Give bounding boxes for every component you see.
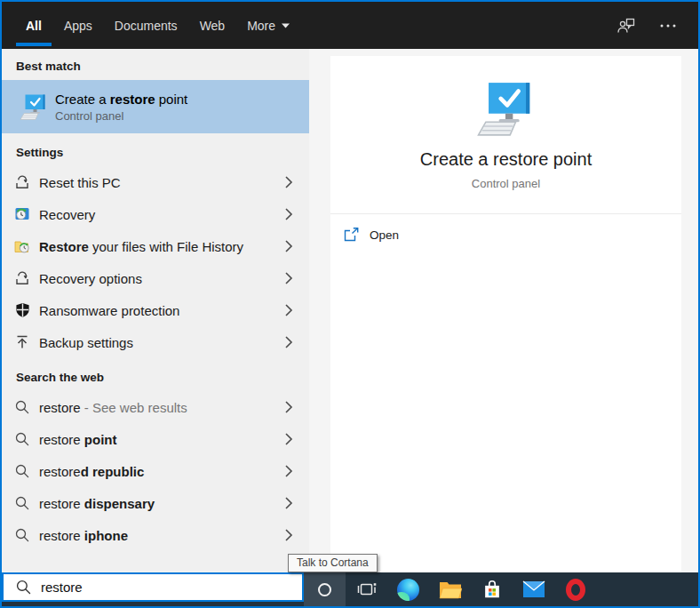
open-action[interactable]: Open: [344, 228, 681, 242]
chevron-right-icon: [284, 432, 293, 446]
settings-item-ransomware-protection[interactable]: Ransomware protection: [2, 294, 309, 326]
search-window: All Apps Documents Web More: [0, 0, 700, 608]
search-input[interactable]: [41, 580, 272, 595]
search-header: All Apps Documents Web More: [2, 2, 698, 49]
chevron-right-icon: [284, 335, 293, 349]
tab-more-label: More: [247, 19, 275, 33]
search-icon: [14, 463, 30, 479]
settings-item-label: Recovery: [39, 207, 95, 222]
tab-web-label: Web: [200, 19, 226, 33]
tab-all[interactable]: All: [26, 2, 42, 49]
file-explorer-icon: [439, 580, 462, 599]
reset-icon: [14, 174, 30, 190]
web-suggestion-label: restore iphone: [39, 528, 128, 543]
chevron-right-icon: [284, 400, 293, 414]
tab-apps-label: Apps: [64, 19, 92, 33]
opera-button[interactable]: [554, 572, 596, 606]
restore-point-computer-icon: [473, 81, 540, 137]
taskbar-search-box[interactable]: [2, 572, 304, 602]
chevron-down-icon: [282, 23, 290, 28]
chevron-right-icon: [284, 528, 293, 542]
preview-actions: Open: [330, 214, 681, 242]
chevron-right-icon: [284, 175, 293, 189]
chevron-right-icon: [284, 464, 293, 478]
cortana-button[interactable]: [304, 572, 346, 606]
taskbar: [2, 572, 698, 606]
header-actions: [616, 17, 677, 35]
shield-icon: [14, 302, 30, 318]
settings-item-label: Ransomware protection: [39, 303, 179, 318]
cortana-tooltip: Talk to Cortana: [288, 554, 378, 572]
settings-item-label: Reset this PC: [39, 175, 121, 190]
tab-more[interactable]: More: [247, 2, 290, 49]
reset-icon: [14, 270, 30, 286]
chevron-right-icon: [284, 496, 293, 510]
best-match-header: Best match: [2, 49, 309, 80]
file-explorer-button[interactable]: [429, 572, 471, 606]
more-options-icon[interactable]: [659, 23, 677, 28]
store-icon: [481, 579, 503, 600]
chevron-right-icon: [284, 303, 293, 317]
restore-point-computer-icon: [18, 93, 50, 121]
panel-gutter: [309, 49, 330, 572]
mail-button[interactable]: [513, 572, 554, 606]
open-action-label: Open: [370, 228, 399, 242]
web-suggestion-label: restored republic: [39, 464, 144, 479]
settings-item-label: Backup settings: [39, 335, 133, 350]
search-tabs: All Apps Documents Web More: [26, 2, 290, 49]
tab-apps[interactable]: Apps: [64, 2, 92, 49]
mail-icon: [522, 580, 545, 598]
results-body: Best match Create a restore point: [2, 49, 698, 572]
search-icon: [14, 495, 30, 511]
best-match-text: Create a restore point Control panel: [55, 92, 187, 123]
user-feedback-icon[interactable]: [616, 17, 636, 35]
settings-item-label: Restore your files with File History: [39, 239, 243, 254]
chevron-right-icon: [284, 239, 293, 253]
preview-title: Create a restore point: [420, 149, 592, 170]
task-view-icon: [357, 580, 377, 599]
store-button[interactable]: [471, 572, 513, 606]
tab-web[interactable]: Web: [200, 2, 226, 49]
web-suggestion-restored-republic[interactable]: restored republic: [2, 455, 309, 487]
best-match-subtitle: Control panel: [55, 109, 187, 123]
web-suggestion-restore-point[interactable]: restore point: [2, 423, 309, 455]
backup-icon: [14, 334, 30, 350]
results-list-panel: Best match Create a restore point: [2, 49, 309, 572]
web-suggestion-label: restore dispensary: [39, 496, 155, 511]
web-suggestion-label: restore point: [39, 432, 117, 447]
settings-item-file-history[interactable]: Restore your files with File History: [2, 230, 309, 262]
search-icon: [14, 431, 30, 447]
preview-panel: Create a restore point Control panel Ope…: [330, 56, 681, 572]
search-icon: [16, 580, 31, 595]
web-suggestion-see-results[interactable]: restore - See web results: [2, 391, 309, 423]
search-icon: [14, 527, 30, 543]
task-view-button[interactable]: [346, 572, 387, 606]
settings-item-backup-settings[interactable]: Backup settings: [2, 326, 309, 358]
settings-item-recovery-options[interactable]: Recovery options: [2, 262, 309, 294]
settings-item-reset-this-pc[interactable]: Reset this PC: [2, 166, 309, 198]
recovery-icon: [14, 206, 30, 222]
edge-icon: [397, 579, 419, 601]
web-suggestion-label: restore - See web results: [39, 400, 187, 415]
chevron-right-icon: [284, 207, 293, 221]
tab-all-label: All: [26, 19, 42, 33]
tab-documents[interactable]: Documents: [115, 2, 178, 49]
search-icon: [14, 399, 30, 415]
opera-icon: [566, 579, 585, 601]
file-history-icon: [14, 238, 30, 254]
web-suggestion-restore-dispensary[interactable]: restore dispensary: [2, 487, 309, 519]
best-match-title: Create a restore point: [55, 92, 187, 107]
open-external-icon: [344, 228, 359, 242]
settings-item-recovery[interactable]: Recovery: [2, 198, 309, 230]
preview-subtitle: Control panel: [472, 177, 540, 190]
settings-item-label: Recovery options: [39, 271, 142, 286]
cortana-icon: [318, 583, 331, 596]
tab-documents-label: Documents: [115, 19, 178, 33]
best-match-result[interactable]: Create a restore point Control panel: [2, 80, 309, 133]
settings-section-header: Settings: [2, 133, 309, 166]
web-suggestion-restore-iphone[interactable]: restore iphone: [2, 519, 309, 551]
edge-button[interactable]: [387, 572, 429, 606]
chevron-right-icon: [284, 271, 293, 285]
web-search-section-header: Search the web: [2, 358, 309, 391]
